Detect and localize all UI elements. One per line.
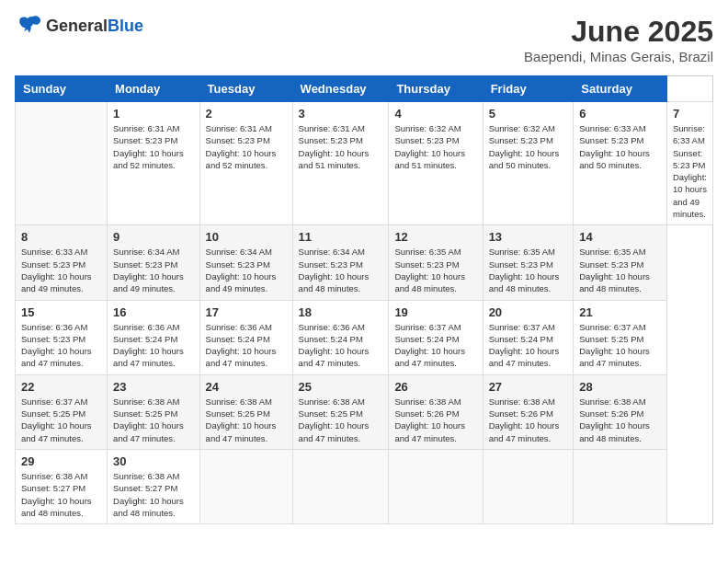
day-number: 14 — [579, 230, 661, 244]
day-detail: Sunrise: 6:35 AMSunset: 5:23 PMDaylight:… — [394, 247, 465, 293]
day-number: 19 — [394, 305, 476, 319]
day-number: 2 — [206, 107, 287, 121]
day-detail: Sunrise: 6:33 AMSunset: 5:23 PMDaylight:… — [673, 123, 707, 219]
day-number: 16 — [113, 305, 194, 319]
day-number: 13 — [489, 230, 568, 244]
day-detail: Sunrise: 6:37 AMSunset: 5:24 PMDaylight:… — [489, 322, 560, 369]
day-detail: Sunrise: 6:37 AMSunset: 5:25 PMDaylight:… — [579, 322, 650, 369]
logo-general: General — [46, 17, 108, 35]
day-detail: Sunrise: 6:36 AMSunset: 5:23 PMDaylight:… — [21, 322, 92, 369]
day-detail: Sunrise: 6:33 AMSunset: 5:23 PMDaylight:… — [21, 247, 92, 293]
calendar-day-cell: 12 Sunrise: 6:35 AMSunset: 5:23 PMDaylig… — [389, 225, 483, 300]
day-detail: Sunrise: 6:36 AMSunset: 5:24 PMDaylight:… — [113, 322, 184, 369]
header-row: SundayMondayTuesdayWednesdayThursdayFrid… — [16, 76, 713, 102]
day-detail: Sunrise: 6:32 AMSunset: 5:23 PMDaylight:… — [489, 123, 560, 170]
calendar-day-cell: 2 Sunrise: 6:31 AMSunset: 5:23 PMDayligh… — [199, 102, 292, 225]
day-number: 18 — [299, 305, 383, 319]
day-detail: Sunrise: 6:35 AMSunset: 5:23 PMDaylight:… — [579, 247, 650, 293]
day-number: 3 — [299, 107, 383, 121]
calendar-day-cell: 13 Sunrise: 6:35 AMSunset: 5:23 PMDaylig… — [483, 225, 574, 300]
day-number: 12 — [394, 230, 476, 244]
day-detail: Sunrise: 6:38 AMSunset: 5:26 PMDaylight:… — [394, 396, 465, 443]
calendar-day-cell — [483, 449, 574, 523]
calendar-day-cell: 20 Sunrise: 6:37 AMSunset: 5:24 PMDaylig… — [483, 300, 574, 374]
calendar-day-cell: 29 Sunrise: 6:38 AMSunset: 5:27 PMDaylig… — [16, 449, 108, 523]
calendar-week-row: 1 Sunrise: 6:31 AMSunset: 5:23 PMDayligh… — [16, 102, 713, 225]
logo-text: GeneralBlue — [46, 17, 143, 36]
logo-blue: Blue — [108, 17, 143, 35]
day-number: 23 — [113, 380, 194, 394]
calendar-day-cell: 16 Sunrise: 6:36 AMSunset: 5:24 PMDaylig… — [108, 300, 200, 374]
header-cell: Tuesday — [199, 76, 292, 102]
day-number: 29 — [21, 454, 101, 468]
header-cell: Thursday — [389, 76, 483, 102]
calendar-body: 1 Sunrise: 6:31 AMSunset: 5:23 PMDayligh… — [16, 102, 713, 524]
calendar-day-cell — [199, 449, 292, 523]
day-detail: Sunrise: 6:38 AMSunset: 5:26 PMDaylight:… — [579, 396, 650, 443]
day-detail: Sunrise: 6:37 AMSunset: 5:24 PMDaylight:… — [394, 322, 465, 369]
day-number: 20 — [489, 305, 568, 319]
calendar-title: June 2025 — [524, 15, 713, 49]
logo: GeneralBlue — [15, 15, 143, 37]
header-cell: Friday — [483, 76, 574, 102]
day-detail: Sunrise: 6:34 AMSunset: 5:23 PMDaylight:… — [206, 247, 277, 293]
calendar-day-cell: 27 Sunrise: 6:38 AMSunset: 5:26 PMDaylig… — [483, 374, 574, 449]
day-number: 1 — [113, 107, 194, 121]
calendar-day-cell — [292, 449, 389, 523]
day-number: 22 — [21, 380, 101, 394]
day-number: 5 — [489, 107, 568, 121]
day-detail: Sunrise: 6:38 AMSunset: 5:25 PMDaylight:… — [299, 396, 370, 443]
calendar-day-cell: 25 Sunrise: 6:38 AMSunset: 5:25 PMDaylig… — [292, 374, 389, 449]
day-number: 27 — [489, 380, 568, 394]
day-number: 7 — [673, 107, 707, 121]
day-detail: Sunrise: 6:31 AMSunset: 5:23 PMDaylight:… — [113, 123, 184, 170]
day-detail: Sunrise: 6:33 AMSunset: 5:23 PMDaylight:… — [579, 123, 650, 170]
day-detail: Sunrise: 6:38 AMSunset: 5:25 PMDaylight:… — [206, 396, 277, 443]
calendar-day-cell: 18 Sunrise: 6:36 AMSunset: 5:24 PMDaylig… — [292, 300, 389, 374]
calendar-day-cell: 24 Sunrise: 6:38 AMSunset: 5:25 PMDaylig… — [199, 374, 292, 449]
day-number: 28 — [579, 380, 661, 394]
day-number: 11 — [299, 230, 383, 244]
day-detail: Sunrise: 6:38 AMSunset: 5:27 PMDaylight:… — [21, 471, 92, 518]
day-number: 21 — [579, 305, 661, 319]
day-detail: Sunrise: 6:38 AMSunset: 5:27 PMDaylight:… — [113, 471, 184, 518]
calendar-day-cell: 3 Sunrise: 6:31 AMSunset: 5:23 PMDayligh… — [292, 102, 389, 225]
day-number: 9 — [113, 230, 194, 244]
header-cell: Saturday — [574, 76, 667, 102]
day-detail: Sunrise: 6:31 AMSunset: 5:23 PMDaylight:… — [206, 123, 277, 170]
day-detail: Sunrise: 6:37 AMSunset: 5:25 PMDaylight:… — [21, 396, 92, 443]
day-detail: Sunrise: 6:31 AMSunset: 5:23 PMDaylight:… — [299, 123, 370, 170]
header-cell: Wednesday — [292, 76, 389, 102]
day-number: 30 — [113, 454, 194, 468]
calendar-day-cell: 11 Sunrise: 6:34 AMSunset: 5:23 PMDaylig… — [292, 225, 389, 300]
day-detail: Sunrise: 6:38 AMSunset: 5:25 PMDaylight:… — [113, 396, 184, 443]
calendar-day-cell: 19 Sunrise: 6:37 AMSunset: 5:24 PMDaylig… — [389, 300, 483, 374]
calendar-day-cell: 7 Sunrise: 6:33 AMSunset: 5:23 PMDayligh… — [666, 102, 712, 225]
day-detail: Sunrise: 6:34 AMSunset: 5:23 PMDaylight:… — [299, 247, 370, 293]
calendar-day-cell: 26 Sunrise: 6:38 AMSunset: 5:26 PMDaylig… — [389, 374, 483, 449]
day-number: 26 — [394, 380, 476, 394]
page-header: GeneralBlue June 2025 Baependi, Minas Ge… — [15, 15, 713, 64]
calendar-day-cell: 1 Sunrise: 6:31 AMSunset: 5:23 PMDayligh… — [108, 102, 200, 225]
calendar-header: SundayMondayTuesdayWednesdayThursdayFrid… — [16, 76, 713, 102]
calendar-day-cell — [574, 449, 667, 523]
day-detail: Sunrise: 6:38 AMSunset: 5:26 PMDaylight:… — [489, 396, 560, 443]
day-number: 8 — [21, 230, 101, 244]
header-cell: Monday — [108, 76, 200, 102]
calendar-day-cell: 28 Sunrise: 6:38 AMSunset: 5:26 PMDaylig… — [574, 374, 667, 449]
calendar-day-cell: 21 Sunrise: 6:37 AMSunset: 5:25 PMDaylig… — [574, 300, 667, 374]
calendar-week-row: 15 Sunrise: 6:36 AMSunset: 5:23 PMDaylig… — [16, 300, 713, 374]
calendar-day-cell — [16, 102, 108, 225]
calendar-week-row: 22 Sunrise: 6:37 AMSunset: 5:25 PMDaylig… — [16, 374, 713, 449]
day-detail: Sunrise: 6:35 AMSunset: 5:23 PMDaylight:… — [489, 247, 560, 293]
calendar-day-cell — [389, 449, 483, 523]
day-detail: Sunrise: 6:36 AMSunset: 5:24 PMDaylight:… — [299, 322, 370, 369]
calendar-week-row: 29 Sunrise: 6:38 AMSunset: 5:27 PMDaylig… — [16, 449, 713, 523]
day-detail: Sunrise: 6:36 AMSunset: 5:24 PMDaylight:… — [206, 322, 277, 369]
calendar-day-cell: 15 Sunrise: 6:36 AMSunset: 5:23 PMDaylig… — [16, 300, 108, 374]
calendar-day-cell: 22 Sunrise: 6:37 AMSunset: 5:25 PMDaylig… — [16, 374, 108, 449]
calendar-week-row: 8 Sunrise: 6:33 AMSunset: 5:23 PMDayligh… — [16, 225, 713, 300]
calendar-day-cell: 17 Sunrise: 6:36 AMSunset: 5:24 PMDaylig… — [199, 300, 292, 374]
day-number: 17 — [206, 305, 287, 319]
calendar-day-cell: 4 Sunrise: 6:32 AMSunset: 5:23 PMDayligh… — [389, 102, 483, 225]
